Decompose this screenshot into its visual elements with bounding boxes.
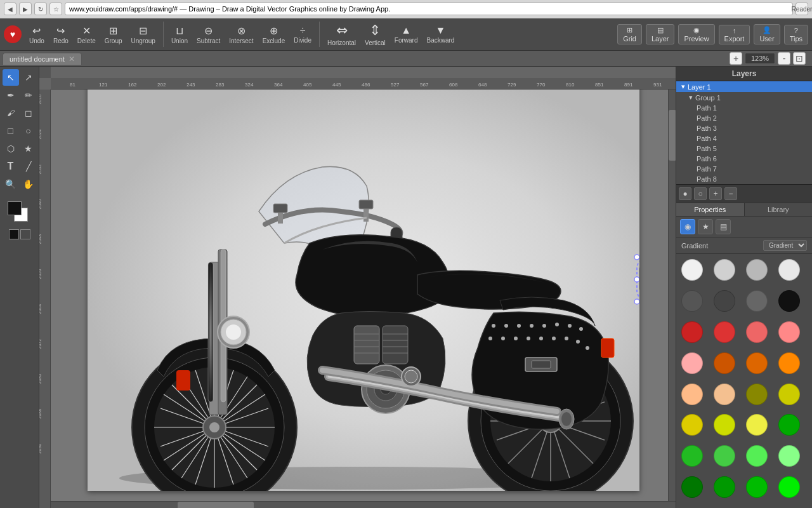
horizontal-scrollbar[interactable] [51, 501, 676, 508]
color-swatch-yellow1[interactable] [778, 384, 800, 405]
polygon-tool-button[interactable]: ⬡ [3, 140, 19, 157]
color-swatch-green3[interactable] [714, 445, 735, 467]
zoom-input[interactable] [745, 53, 775, 64]
color-swatch-bgreen1[interactable] [778, 476, 800, 498]
export-button[interactable]: ↑ Export [719, 25, 750, 44]
color-swatch-white1[interactable] [681, 259, 703, 281]
layer-item-path7[interactable]: Path 7 [676, 164, 812, 174]
color-swatch-orange1[interactable] [714, 352, 735, 374]
vertical-scrollbar[interactable] [668, 78, 676, 501]
color-swatch-dgreen1[interactable] [681, 476, 703, 498]
color-swatch-peach1[interactable] [714, 384, 735, 405]
ellipse-tool-button[interactable]: ○ [20, 123, 37, 139]
drawing-canvas[interactable] [88, 84, 639, 491]
pencil-tool-button[interactable]: ✏ [20, 87, 37, 104]
color-swatch-white2[interactable] [778, 259, 800, 281]
layer-add-button[interactable]: + [709, 187, 722, 200]
zoom-in-button[interactable]: + [730, 52, 742, 65]
color-swatch-green2[interactable] [681, 445, 703, 467]
layer-item-path3[interactable]: Path 3 [676, 123, 812, 133]
star-tool-button[interactable]: ★ [20, 140, 37, 157]
user-button[interactable]: 👤 User [754, 24, 780, 44]
color-swatch-orange2[interactable] [746, 352, 768, 374]
redo-button[interactable]: ↪ Redo [49, 23, 72, 46]
color-swatch-yellow3[interactable] [714, 414, 735, 436]
line-tool-button[interactable]: ╱ [20, 158, 37, 175]
color-swatch-lgray2[interactable] [746, 259, 768, 281]
brush-tool-button[interactable]: 🖌 [3, 105, 19, 121]
layer-item-path8[interactable]: Path 8 [676, 174, 812, 184]
layer-visibility-button[interactable]: ● [679, 187, 691, 200]
nav-refresh-button[interactable]: ↻ [34, 3, 47, 15]
text-tool-button[interactable]: T [3, 158, 19, 175]
color-swatch-dgray3[interactable] [746, 290, 768, 312]
nav-bookmark-button[interactable]: ☆ [49, 3, 62, 15]
tab-doc1[interactable]: untitled document ✕ [3, 53, 82, 65]
subtract-button[interactable]: ⊖ Subtract [193, 23, 224, 46]
scrollbar-thumb-v[interactable] [669, 110, 676, 161]
delete-button[interactable]: ✕ Delete [74, 23, 100, 46]
horizontal-button[interactable]: ⇔ Horizontal [324, 21, 360, 48]
color-swatch-black1[interactable] [778, 290, 800, 312]
nav-forward-button[interactable]: ▶ [19, 3, 32, 15]
canvas-inner[interactable] [51, 78, 676, 508]
reader-button[interactable]: Reader [796, 3, 808, 15]
hand-tool-button[interactable]: ✋ [20, 176, 37, 192]
grid-button[interactable]: ⊞ Grid [617, 24, 642, 44]
color-swatch-lgray1[interactable] [714, 259, 735, 281]
color-swatch-yellow2[interactable] [681, 414, 703, 436]
union-button[interactable]: ⊔ Union [167, 23, 192, 46]
color-swatch-red2[interactable] [714, 321, 735, 343]
black-swatch[interactable] [9, 229, 19, 239]
layer-lock-button[interactable]: ○ [694, 187, 707, 200]
vertical-button[interactable]: ⇕ Vertical [361, 21, 390, 48]
layer-item-path4[interactable]: Path 4 [676, 133, 812, 144]
url-bar[interactable] [65, 3, 793, 15]
star-prop-button[interactable]: ★ [698, 219, 713, 234]
layers-prop-button[interactable]: ▤ [716, 219, 731, 234]
layer-item-path5[interactable]: Path 5 [676, 144, 812, 154]
color-swatch-orange3[interactable] [778, 352, 800, 374]
color-swatch-pink1[interactable] [746, 321, 768, 343]
color-swatch-pink2[interactable] [778, 321, 800, 343]
exclude-button[interactable]: ⊕ Exclude [259, 23, 289, 46]
fill-prop-button[interactable]: ◉ [680, 219, 695, 234]
ungroup-button[interactable]: ⊟ Ungroup [128, 23, 159, 46]
backward-button[interactable]: ▼ Backward [423, 23, 459, 45]
tips-button[interactable]: ? Tips [784, 25, 808, 44]
layer-item-layer1[interactable]: ▾ Layer 1 [676, 81, 812, 92]
color-swatch-dgray1[interactable] [681, 290, 703, 312]
none-swatch[interactable] [20, 229, 30, 239]
undo-button[interactable]: ↩ Undo [25, 23, 48, 46]
color-swatch-dgray2[interactable] [714, 290, 735, 312]
zoom-fit-button[interactable]: ⊡ [793, 52, 806, 65]
pen-tool-button[interactable]: ✒ [3, 87, 19, 104]
layer-remove-button[interactable]: − [724, 187, 737, 200]
tab-close-button[interactable]: ✕ [69, 55, 75, 64]
preview-button[interactable]: ◉ Preview [678, 24, 714, 44]
fill-color-box[interactable] [8, 201, 22, 215]
forward-button[interactable]: ▲ Forward [391, 23, 422, 45]
layer-item-path6[interactable]: Path 6 [676, 154, 812, 164]
color-swatch-green1[interactable] [778, 414, 800, 436]
layer-item-group1[interactable]: ▾ Group 1 [676, 92, 812, 103]
direct-select-tool-button[interactable]: ↗ [20, 69, 37, 86]
group-button[interactable]: ⊞ Group [101, 23, 126, 46]
layer-item-path1[interactable]: Path 1 [676, 103, 812, 113]
tab-library[interactable]: Library [745, 203, 813, 216]
divide-button[interactable]: ÷ Divide [290, 23, 315, 45]
tab-properties[interactable]: Properties [676, 203, 745, 216]
select-tool-button[interactable]: ↖ [3, 69, 19, 86]
scrollbar-thumb[interactable] [178, 502, 254, 508]
zoom-tool-button[interactable]: 🔍 [3, 176, 19, 192]
color-swatch-dgreen2[interactable] [714, 476, 735, 498]
eraser-tool-button[interactable]: ◻ [20, 105, 37, 121]
color-swatch-olive1[interactable] [746, 384, 768, 405]
nav-back-button[interactable]: ◀ [4, 3, 16, 15]
intersect-button[interactable]: ⊗ Intersect [225, 23, 257, 46]
color-swatch-red1[interactable] [681, 321, 703, 343]
color-swatch-green4[interactable] [746, 445, 768, 467]
color-swatch-mgreen1[interactable] [746, 476, 768, 498]
color-swatch-lpeach1[interactable] [681, 384, 703, 405]
rect-tool-button[interactable]: □ [3, 123, 19, 139]
